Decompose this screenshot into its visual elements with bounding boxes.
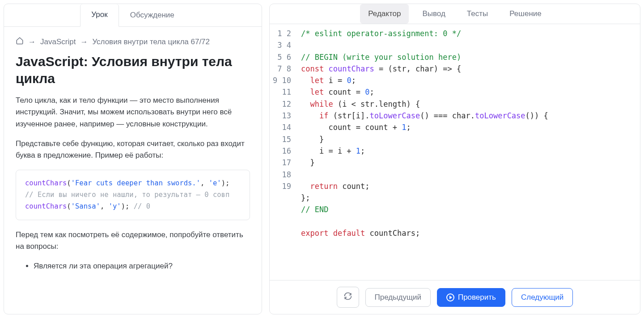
check-label: Проверить: [458, 293, 496, 302]
code-token: export: [301, 229, 328, 238]
breadcrumb-lesson: Условия внутри тела цикла 67/72: [92, 38, 210, 46]
reset-button[interactable]: [337, 287, 359, 308]
code-token: (i < str.length) {: [333, 100, 420, 109]
code-token: 'Sansa': [71, 202, 100, 210]
bullet-list: Является ли эта операция агрегацией?: [16, 260, 250, 272]
code-token: let: [310, 76, 324, 85]
paragraph: Перед тем как посмотреть её содержимое, …: [16, 229, 250, 253]
list-item: Является ли эта операция агрегацией?: [34, 260, 250, 272]
code-token: 'y': [109, 202, 121, 210]
code-token: i =: [324, 76, 347, 85]
play-icon: [446, 293, 454, 301]
code-token: count =: [324, 88, 365, 96]
code-token: ()) {: [525, 111, 548, 120]
chevron-right-icon: →: [28, 38, 36, 46]
tab-tests[interactable]: Тесты: [459, 4, 496, 24]
code-token: // BEGIN (write your solution here): [301, 53, 461, 62]
code-sample: countChars('Fear cuts deeper than swords…: [16, 170, 250, 220]
code-token: while: [310, 100, 333, 109]
tab-lesson[interactable]: Урок: [80, 4, 119, 27]
check-button[interactable]: Проверить: [437, 288, 505, 307]
code-editor[interactable]: 1 2 3 4 5 6 7 8 9 10 11 12 13 14 15 16 1…: [270, 24, 640, 280]
code-token: 1: [402, 123, 406, 132]
code-token: return: [310, 182, 337, 191]
code-token: }: [310, 158, 314, 167]
paragraph: Тело цикла, как и тело функции — это мес…: [16, 95, 250, 130]
line-gutter: 1 2 3 4 5 6 7 8 9 10 11 12 13 14 15 16 1…: [270, 24, 301, 280]
next-button[interactable]: Следующий: [512, 288, 573, 307]
right-tabs: Редактор Вывод Тесты Решение: [270, 4, 640, 24]
code-token: }: [319, 135, 324, 144]
code-token: () === char.: [420, 111, 475, 120]
code-area[interactable]: /* eslint operator-assignment: 0 */ // B…: [301, 24, 640, 280]
page-title: JavaScript: Условия внутри тела цикла: [16, 53, 250, 87]
lesson-content: → JavaScript → Условия внутри тела цикла…: [4, 27, 262, 314]
editor-footer: Предыдущий Проверить Следующий: [270, 280, 640, 314]
code-token: let: [310, 88, 324, 96]
code-token: countChars: [328, 64, 374, 73]
breadcrumb-course[interactable]: JavaScript: [40, 38, 76, 46]
tab-discussion[interactable]: Обсуждение: [119, 4, 186, 26]
code-token: (str[i].: [328, 111, 369, 120]
tab-editor[interactable]: Редактор: [360, 4, 409, 24]
code-token: toLowerCase: [475, 111, 525, 120]
editor-panel: Редактор Вывод Тесты Решение 1 2 3 4 5 6…: [269, 4, 640, 314]
code-token: const: [301, 64, 324, 73]
refresh-icon: [343, 292, 352, 303]
tab-output[interactable]: Вывод: [414, 4, 453, 24]
code-token: 0: [347, 76, 351, 85]
code-token: 'e': [209, 179, 221, 187]
prev-button[interactable]: Предыдущий: [365, 288, 431, 307]
code-token: countChars: [25, 202, 67, 210]
code-token: default: [333, 229, 365, 238]
breadcrumb: → JavaScript → Условия внутри тела цикла…: [16, 37, 250, 47]
code-token: i = i +: [319, 146, 356, 155]
lesson-panel: Урок Обсуждение → JavaScript → Условия в…: [4, 4, 262, 314]
code-token: = (str, char) => {: [374, 64, 461, 73]
code-token: countChars: [25, 179, 67, 187]
code-token: 0: [365, 88, 369, 96]
code-token: if: [319, 111, 328, 120]
code-token: // 0: [134, 202, 150, 210]
home-icon[interactable]: [16, 37, 24, 47]
code-token: toLowerCase: [370, 111, 420, 120]
code-token: // END: [301, 205, 328, 214]
paragraph: Представьте себе функцию, которая считае…: [16, 138, 250, 162]
left-tabs: Урок Обсуждение: [4, 4, 262, 27]
code-token: 1: [356, 146, 360, 155]
code-token: // Если вы ничего не нашли, то результат…: [25, 191, 229, 199]
code-token: count;: [338, 182, 370, 191]
code-token: countChars;: [365, 229, 420, 238]
chevron-right-icon: →: [80, 38, 88, 46]
tab-solution[interactable]: Решение: [501, 4, 549, 24]
code-token: /* eslint operator-assignment: 0 */: [301, 29, 461, 38]
code-token: count = count +: [328, 123, 402, 132]
code-token: };: [301, 193, 310, 202]
code-token: 'Fear cuts deeper than swords.': [71, 179, 200, 187]
